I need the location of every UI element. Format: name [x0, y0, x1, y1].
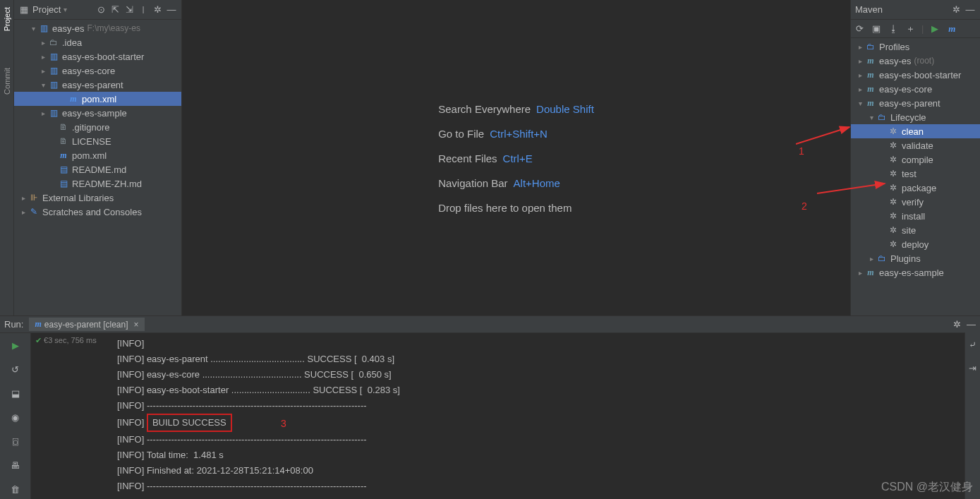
tab-commit-vertical[interactable]: Commit	[1, 64, 13, 99]
editor-area: Search Everywhere Double ShiftGo to File…	[182, 0, 850, 315]
welcome-screen: Search Everywhere Double ShiftGo to File…	[438, 102, 594, 213]
maven-item-verify[interactable]: ✲verify	[851, 195, 980, 209]
maven-panel-header: Maven ✲ —	[851, 0, 980, 20]
welcome-row: Search Everywhere Double Shift	[438, 102, 594, 114]
maven-item-plugins[interactable]: ▸🗀Plugins	[851, 251, 980, 265]
project-tree[interactable]: ▾▥easy-esF:\my\easy-es▸🗀.idea▸▥easy-es-b…	[14, 20, 181, 315]
project-item-scratches-and-consoles[interactable]: ▸✎Scratches and Consoles	[14, 205, 181, 219]
maven-item-package[interactable]: ✲package	[851, 181, 980, 195]
project-item-pom-xml[interactable]: mpom.xml	[14, 92, 181, 106]
console-line: [INFO] ---------------------------------…	[117, 432, 980, 447]
project-item-pom-xml[interactable]: mpom.xml	[14, 148, 181, 162]
console-line: [INFO] ---------------------------------…	[117, 479, 980, 494]
pause-icon[interactable]: ⬓	[11, 387, 20, 399]
maven-item-easy-es[interactable]: ▸measy-es (root)	[851, 54, 980, 68]
project-item-readme-zh-md[interactable]: ▤README-ZH.md	[14, 176, 181, 191]
project-item--idea[interactable]: ▸🗀.idea	[14, 35, 181, 49]
project-item-easy-es-core[interactable]: ▸▥easy-es-core	[14, 64, 181, 78]
camera-icon[interactable]: ⌼	[13, 435, 18, 447]
soft-wrap-icon[interactable]: ⤶	[969, 339, 976, 350]
run-console[interactable]: [INFO][INFO] easy-es-parent ............…	[113, 333, 980, 499]
run-label: Run:	[4, 319, 23, 330]
console-line: [INFO] easy-es-parent ..................…	[117, 351, 980, 367]
run-hide-icon[interactable]: —	[967, 319, 976, 330]
maven-item-compile[interactable]: ✲compile	[851, 152, 980, 167]
run-status: ✔ €3 sec, 756 ms	[31, 333, 113, 499]
console-line: [INFO] BUILD SUCCESS	[117, 414, 980, 432]
run-tab[interactable]: m easy-es-parent [clean] ×	[29, 318, 144, 331]
add-maven-project-icon[interactable]: ＋	[905, 23, 916, 35]
close-tab-icon[interactable]: ×	[134, 320, 139, 330]
stop-icon[interactable]: ↺	[11, 363, 19, 375]
run-panel-header: Run: m easy-es-parent [clean] × ✲ —	[0, 316, 980, 333]
project-panel: ▦ Project ▾ ⊙ ⇱ ⇲ | ✲ — ▾▥easy-esF:\my\e…	[14, 0, 182, 315]
console-line: [INFO] ---------------------------------…	[117, 398, 980, 414]
project-panel-header: ▦ Project ▾ ⊙ ⇱ ⇲ | ✲ —	[14, 0, 181, 20]
maven-tree[interactable]: ▸🗀Profiles▸measy-es (root)▸measy-es-boot…	[851, 38, 980, 315]
project-item-easy-es-sample[interactable]: ▸▥easy-es-sample	[14, 106, 181, 120]
welcome-row: Recent Files Ctrl+E	[438, 152, 594, 164]
maven-item-profiles[interactable]: ▸🗀Profiles	[851, 40, 980, 54]
maven-item-validate[interactable]: ✲validate	[851, 138, 980, 152]
print-icon[interactable]: 🖶	[11, 459, 20, 471]
project-item-readme-md[interactable]: ▤README.md	[14, 162, 181, 176]
maven-panel-title: Maven	[855, 4, 883, 15]
select-opened-file-icon[interactable]: ⊙	[95, 4, 107, 16]
welcome-row: Go to File Ctrl+Shift+N	[438, 127, 594, 139]
trash-icon[interactable]: 🗑	[11, 483, 20, 495]
project-item-license[interactable]: 🗎LICENSE	[14, 134, 181, 148]
console-line: [INFO] Finished at: 2021-12-28T15:21:14+…	[117, 463, 980, 479]
maven-toolbar: ⟳ ▣ ⭳ ＋ | ▶ m	[851, 20, 980, 38]
project-view-icon: ▦	[18, 4, 30, 16]
project-item-easy-es[interactable]: ▾▥easy-esF:\my\easy-es	[14, 21, 181, 35]
run-panel: Run: m easy-es-parent [clean] × ✲ — ▶ ↺ …	[0, 315, 980, 499]
maven-m-icon[interactable]: m	[946, 23, 957, 35]
expand-all-icon[interactable]: ⇱	[109, 4, 121, 16]
left-tool-stripe: Project Commit	[0, 0, 14, 315]
maven-item-lifecycle[interactable]: ▾🗀Lifecycle	[851, 110, 980, 124]
maven-panel: Maven ✲ — ⟳ ▣ ⭳ ＋ | ▶ m ▸🗀Profiles▸measy…	[850, 0, 980, 315]
maven-item-easy-es-sample[interactable]: ▸measy-es-sample	[851, 265, 980, 279]
maven-item-test[interactable]: ✲test	[851, 167, 980, 181]
maven-item-site[interactable]: ✲site	[851, 223, 980, 237]
maven-hide-icon[interactable]: —	[964, 4, 976, 16]
run-gutter: ▶ ↺ ⬓ ◉ ⌼ 🖶 🗑	[0, 333, 31, 499]
divider-icon: |	[138, 4, 149, 16]
tab-project-vertical[interactable]: Project	[1, 3, 13, 35]
project-item-easy-es-parent[interactable]: ▾▥easy-es-parent	[14, 78, 181, 92]
maven-item-easy-es-boot-starter[interactable]: ▸measy-es-boot-starter	[851, 68, 980, 82]
settings-icon[interactable]: ✲	[152, 4, 163, 16]
download-sources-icon[interactable]: ⭳	[888, 23, 899, 35]
reload-icon[interactable]: ⟳	[854, 23, 865, 35]
maven-settings-icon[interactable]: ✲	[950, 4, 962, 16]
welcome-row: Navigation Bar Alt+Home	[438, 176, 594, 188]
project-item--gitignore[interactable]: 🗎.gitignore	[14, 120, 181, 134]
project-item-external-libraries[interactable]: ▸⊪External Libraries	[14, 191, 181, 205]
console-line: [INFO] easy-es-core ....................…	[117, 367, 980, 383]
maven-item-install[interactable]: ✲install	[851, 209, 980, 223]
maven-item-easy-es-core[interactable]: ▸measy-es-core	[851, 82, 980, 96]
generate-sources-icon[interactable]: ▣	[871, 23, 882, 35]
run-settings-icon[interactable]: ✲	[953, 319, 961, 330]
console-line: [INFO] easy-es-boot-starter ............…	[117, 383, 980, 398]
hide-panel-icon[interactable]: —	[166, 4, 177, 16]
run-maven-icon[interactable]: ▶	[929, 23, 940, 35]
console-line: [INFO]	[117, 336, 980, 351]
checkmark-icon: ✔	[35, 336, 42, 344]
show-icon[interactable]: ◉	[11, 411, 19, 423]
maven-icon: m	[35, 319, 41, 330]
project-panel-title[interactable]: Project ▾	[32, 4, 67, 15]
rerun-icon[interactable]: ▶	[12, 339, 19, 351]
maven-item-deploy[interactable]: ✲deploy	[851, 237, 980, 251]
project-item-easy-es-boot-starter[interactable]: ▸▥easy-es-boot-starter	[14, 49, 181, 64]
maven-item-clean[interactable]: ✲clean	[851, 124, 980, 138]
watermark: CSDN @老汉健身	[881, 480, 973, 495]
scroll-to-end-icon[interactable]: ⇥	[969, 363, 976, 373]
run-right-gutter: ⤶ ⇥	[964, 332, 980, 499]
maven-item-easy-es-parent[interactable]: ▾measy-es-parent	[851, 96, 980, 110]
collapse-all-icon[interactable]: ⇲	[123, 4, 135, 16]
welcome-row: Drop files here to open them	[438, 201, 594, 213]
console-line: [INFO] Total time: 1.481 s	[117, 447, 980, 463]
